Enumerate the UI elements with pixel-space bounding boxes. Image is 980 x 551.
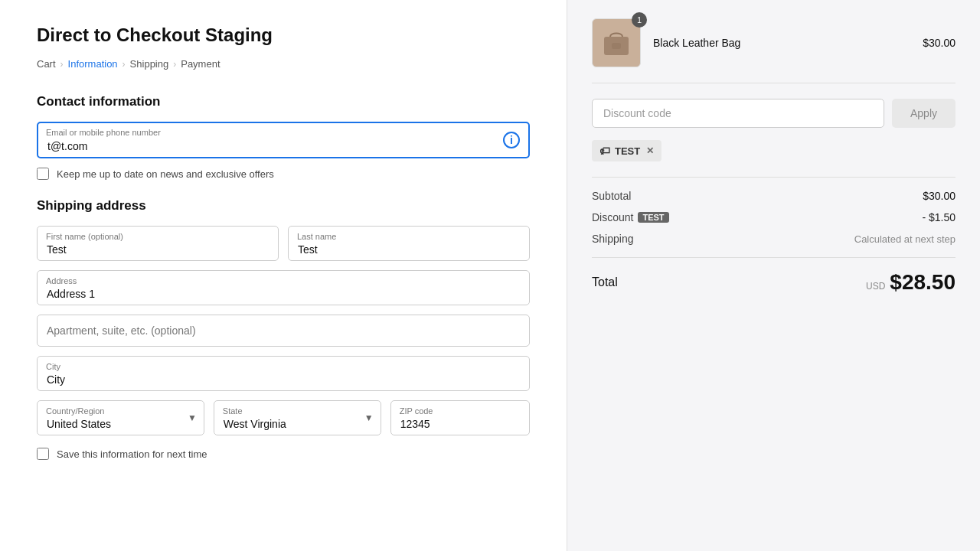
- first-name-input[interactable]: [37, 226, 279, 261]
- zip-wrap: ZIP code: [390, 400, 530, 435]
- total-currency: USD: [866, 281, 885, 292]
- city-input[interactable]: [37, 356, 530, 391]
- total-value: $28.50: [890, 270, 956, 295]
- discount-tag-label: TEST: [615, 145, 640, 157]
- breadcrumb-information[interactable]: Information: [68, 58, 118, 70]
- subtotal-value: $30.00: [923, 190, 956, 202]
- summary-section: Subtotal $30.00 Discount TEST - $1.50 Sh…: [592, 177, 956, 295]
- shipping-value: Calculated at next step: [854, 233, 956, 245]
- country-wrap: Country/Region United States ▼: [37, 400, 204, 435]
- svg-rect-3: [612, 43, 621, 49]
- discount-input[interactable]: [592, 99, 884, 128]
- discount-tag-icon: 🏷: [599, 145, 610, 157]
- newsletter-checkbox-row: Keep me up to date on news and exclusive…: [37, 168, 530, 180]
- save-info-label: Save this information for next time: [57, 448, 207, 460]
- discount-summary-label: Discount: [592, 211, 633, 223]
- last-name-input[interactable]: [288, 226, 530, 261]
- email-field-wrap: Email or mobile phone number i: [37, 122, 530, 158]
- newsletter-label: Keep me up to date on news and exclusive…: [57, 168, 274, 180]
- address-input[interactable]: [37, 270, 530, 305]
- name-row: First name (optional) Last name: [37, 226, 530, 261]
- left-panel: Direct to Checkout Staging Cart › Inform…: [0, 0, 567, 551]
- subtotal-label: Subtotal: [592, 190, 631, 202]
- breadcrumb-sep-1: ›: [60, 59, 64, 70]
- discount-tag: 🏷 TEST ✕: [592, 140, 662, 161]
- breadcrumb: Cart › Information › Shipping › Payment: [37, 58, 530, 70]
- product-name: Black Leather Bag: [653, 37, 910, 49]
- address2-input[interactable]: [37, 315, 530, 347]
- address-wrap: Address: [37, 270, 530, 305]
- discount-code-badge: TEST: [638, 212, 668, 223]
- shipping-label: Shipping: [592, 233, 634, 245]
- right-panel: 1 Black Leather Bag $30.00 Apply 🏷 TEST …: [567, 0, 980, 551]
- total-value-wrap: USD $28.50: [866, 270, 956, 295]
- shipping-section-title: Shipping address: [37, 198, 530, 214]
- save-info-checkbox-row: Save this information for next time: [37, 448, 530, 460]
- contact-section-title: Contact information: [37, 94, 530, 109]
- first-name-wrap: First name (optional): [37, 226, 279, 261]
- product-price: $30.00: [923, 37, 956, 49]
- breadcrumb-sep-3: ›: [173, 59, 176, 70]
- discount-amount: - $1.50: [922, 211, 956, 223]
- shipping-row: Shipping Calculated at next step: [592, 233, 956, 245]
- contact-icon: i: [502, 131, 521, 149]
- page-title: Direct to Checkout Staging: [37, 24, 530, 46]
- state-select[interactable]: West Virginia: [214, 400, 381, 435]
- city-wrap: City: [37, 356, 530, 391]
- location-row: Country/Region United States ▼ State Wes…: [37, 400, 530, 435]
- subtotal-row: Subtotal $30.00: [592, 190, 956, 202]
- save-info-checkbox[interactable]: [37, 448, 49, 460]
- discount-summary-row: Discount TEST - $1.50: [592, 211, 956, 223]
- product-image-wrap: 1: [592, 18, 641, 67]
- breadcrumb-cart[interactable]: Cart: [37, 58, 56, 70]
- discount-row: Apply: [592, 99, 956, 128]
- apply-button[interactable]: Apply: [892, 99, 956, 128]
- country-select[interactable]: United States: [37, 400, 204, 435]
- zip-input[interactable]: [390, 400, 530, 435]
- breadcrumb-payment[interactable]: Payment: [181, 58, 220, 70]
- state-wrap: State West Virginia ▼: [214, 400, 381, 435]
- email-input[interactable]: [37, 122, 530, 158]
- product-badge: 1: [632, 12, 647, 28]
- discount-label-row: Discount TEST: [592, 211, 669, 223]
- total-row: Total USD $28.50: [592, 257, 956, 295]
- product-image: [592, 18, 641, 67]
- svg-text:i: i: [510, 134, 513, 146]
- breadcrumb-sep-2: ›: [122, 59, 126, 70]
- total-label: Total: [592, 276, 618, 289]
- product-row: 1 Black Leather Bag $30.00: [592, 18, 956, 83]
- breadcrumb-shipping[interactable]: Shipping: [130, 58, 169, 70]
- discount-tag-remove[interactable]: ✕: [646, 145, 654, 156]
- newsletter-checkbox[interactable]: [37, 168, 49, 180]
- address2-wrap: [37, 315, 530, 347]
- last-name-wrap: Last name: [288, 226, 530, 261]
